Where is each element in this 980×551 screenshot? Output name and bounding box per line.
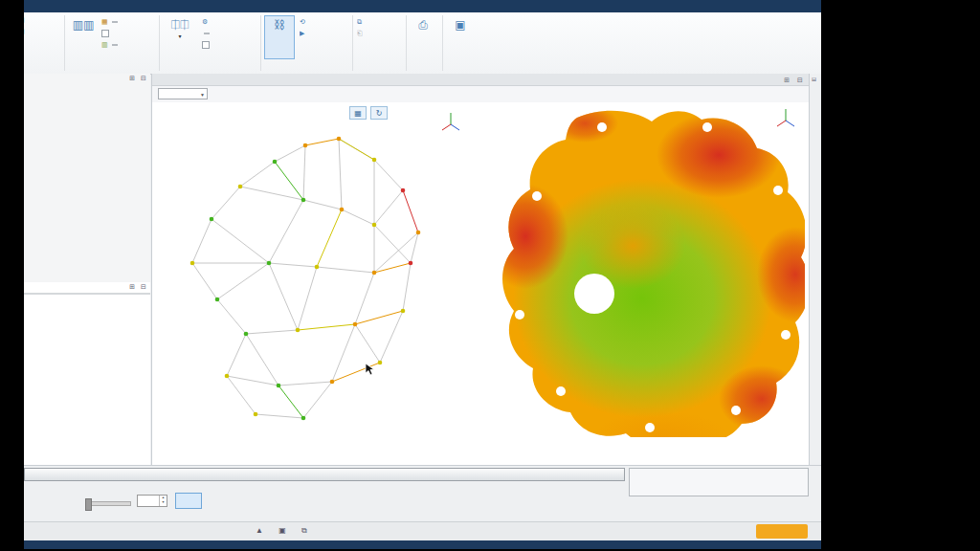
- ribbon: ▦ ▤ ▥▥ ▦: [24, 12, 821, 75]
- mode-pairing-icon: ▥▥: [73, 18, 95, 33]
- freq-difference-icon: ▥: [101, 41, 108, 49]
- list-checkbox[interactable]: [202, 39, 259, 51]
- phase-slider[interactable]: [85, 501, 131, 506]
- by-proximity-icon: ⎅⎅: [170, 18, 189, 33]
- selection-status-bar: [24, 540, 821, 549]
- mode-pair-table-panel: ⊞ ⊟: [24, 282, 150, 466]
- reset-views-button[interactable]: ⟲: [300, 16, 351, 28]
- status-tools-icons[interactable]: ▲ ▣ ⧉: [256, 526, 314, 536]
- restore-icon: ▣: [455, 18, 465, 33]
- chevron-down-icon: ▼: [200, 90, 205, 100]
- guide-me-button[interactable]: [756, 524, 808, 539]
- freq-difference-checkbox[interactable]: [101, 28, 158, 39]
- copy-button[interactable]: ⧉: [357, 16, 405, 28]
- geometry-mode-dropdown[interactable]: ▼: [158, 88, 208, 99]
- freq-difference-value-control[interactable]: ▥: [101, 39, 158, 51]
- decompose-icon: ▦: [24, 16, 25, 24]
- ribbon-group-layout: ▣: [443, 12, 481, 74]
- app-window: ▦ ▤ ▥▥ ▦: [24, 0, 821, 549]
- panel-layout-icon[interactable]: ⊞ ⊟: [129, 75, 148, 82]
- animation-strip: ▲▼: [24, 465, 821, 521]
- ribbon-group-clipboard: ⧉ ⎗: [353, 12, 406, 74]
- wireframe-geometry-view[interactable]: [162, 112, 478, 437]
- mac-threshold-value[interactable]: [112, 21, 118, 23]
- geometry-panel: ⊞ ⊟ ▼ ▦ ↻: [151, 74, 809, 465]
- print-icon: ⎙: [418, 18, 428, 33]
- status-bar: ▲ ▣ ⧉: [24, 521, 821, 540]
- paste-button[interactable]: ⎗: [357, 28, 405, 39]
- mac-threshold-icon: ▦: [101, 18, 108, 26]
- ribbon-group-mode-pairing: ▥▥ ▦ ▥: [65, 12, 159, 74]
- freq-difference2-value[interactable]: [112, 44, 118, 46]
- phase-slider-thumb[interactable]: [85, 498, 92, 511]
- auto-button[interactable]: [175, 493, 202, 509]
- paste-icon: ⎗: [357, 30, 363, 37]
- mac-threshold-control[interactable]: ▦: [101, 16, 158, 28]
- axis-triad-icon: [439, 110, 462, 133]
- ribbon-group-dof-mapping: ⎅⎅ ▾ ⚙: [160, 12, 260, 74]
- geometry-panel-layout-icon[interactable]: ⊞ ⊟: [784, 74, 806, 86]
- mouse-cursor: [365, 363, 374, 376]
- decompose-button[interactable]: ▦: [24, 16, 64, 24]
- mode-pairing-button[interactable]: ▥▥: [68, 15, 99, 59]
- tolerance-control[interactable]: [202, 28, 259, 39]
- unlink-views-button[interactable]: ⛓: [264, 15, 295, 59]
- axis-triad-icon: [774, 106, 797, 129]
- reset-views-icon: ⟲: [300, 18, 305, 26]
- animation-settings-icon: ▶: [300, 30, 304, 37]
- transformation-icon: ⚙: [202, 18, 208, 26]
- color-scale-icon: ▤: [24, 28, 25, 35]
- unlink-views-icon: ⛓: [274, 18, 285, 33]
- ribbon-group-display: ⛓ ⟲ ▶: [261, 12, 352, 74]
- geometry-toolbar: ▼: [152, 86, 809, 103]
- mode-table-header: [24, 293, 150, 295]
- checkbox-icon: [202, 41, 210, 49]
- panel-layout-icon[interactable]: ⊞ ⊟: [129, 283, 148, 291]
- ribbon-group-scale: ▦ ▤: [24, 12, 64, 74]
- mac-matrix-panel: ⊞ ⊟: [24, 74, 150, 283]
- copy-icon: ⧉: [357, 18, 362, 26]
- ribbon-group-printing: ⎙: [407, 12, 442, 74]
- title-bar: [24, 0, 821, 12]
- geometry-panel-header: ⊞ ⊟: [152, 74, 809, 86]
- screen: ▦ ▤ ▥▥ ▦: [0, 0, 980, 551]
- right-tab-strip: ⊟: [809, 74, 821, 465]
- tolerance-value[interactable]: [204, 33, 210, 34]
- by-proximity-button[interactable]: ⎅⎅ ▾: [163, 15, 197, 59]
- phase-label: [25, 496, 29, 503]
- geometry-view-area[interactable]: ▦ ↻: [152, 102, 809, 465]
- spinner-arrows-icon[interactable]: ▲▼: [159, 496, 167, 506]
- phase-input[interactable]: ▲▼: [137, 495, 167, 507]
- animation-settings-button[interactable]: ▶: [300, 28, 351, 39]
- transformation-button[interactable]: ⚙: [202, 16, 259, 28]
- tab-strip-pin-icon[interactable]: ⊟: [812, 76, 816, 82]
- mac-color-scale-button[interactable]: ▤: [24, 28, 64, 35]
- print-button[interactable]: ⎙: [410, 15, 436, 59]
- checkbox-icon: [101, 30, 109, 37]
- dofs-mapped-box: [629, 468, 809, 496]
- restore-button[interactable]: ▣: [446, 15, 475, 59]
- fem-model-view[interactable]: [489, 102, 805, 437]
- animating-header: [24, 468, 625, 481]
